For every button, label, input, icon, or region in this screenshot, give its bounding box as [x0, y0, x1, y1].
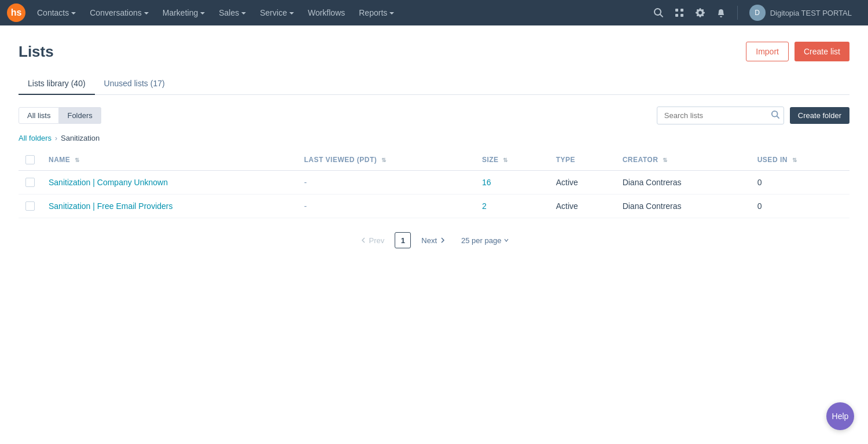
row-used-in-1: 0: [751, 195, 849, 218]
notifications-icon[interactable]: [712, 3, 730, 22]
hubspot-logo[interactable]: hs: [7, 3, 25, 22]
size-link-0[interactable]: 16: [482, 178, 491, 187]
sales-caret: [241, 12, 246, 14]
column-name: NAME ⇅: [42, 149, 297, 171]
search-icon[interactable]: [649, 3, 668, 22]
row-type-0: Active: [549, 171, 616, 195]
sort-size-icon[interactable]: ⇅: [503, 157, 508, 163]
svg-rect-2: [675, 9, 678, 12]
tabs-bar: Lists library (40) Unused lists (17): [19, 73, 849, 95]
svg-rect-5: [681, 14, 683, 17]
nav-workflows[interactable]: Workflows: [301, 0, 352, 25]
avatar: D: [749, 5, 766, 21]
table-header: NAME ⇅ LAST VIEWED (PDT) ⇅ SIZE ⇅ TYPE C…: [19, 149, 849, 171]
row-name-0: Sanitization | Company Unknown: [42, 171, 297, 195]
search-icon[interactable]: [771, 111, 779, 120]
header-actions: Import Create list: [746, 42, 849, 61]
column-type: TYPE: [549, 149, 616, 171]
search-input[interactable]: [657, 107, 784, 124]
settings-icon[interactable]: [691, 3, 709, 22]
select-all-header: [19, 149, 42, 171]
next-button[interactable]: Next: [415, 233, 452, 248]
nav-contacts[interactable]: Contacts: [30, 0, 83, 25]
service-caret: [289, 12, 294, 14]
marketing-caret: [200, 12, 205, 14]
column-size: SIZE ⇅: [475, 149, 549, 171]
row-checkbox-cell-0: [19, 171, 42, 195]
apps-icon[interactable]: [670, 3, 689, 22]
page-number-1[interactable]: 1: [395, 232, 411, 248]
row-size-1: 2: [475, 195, 549, 218]
import-button[interactable]: Import: [746, 42, 789, 61]
row-name-1: Sanitization | Free Email Providers: [42, 195, 297, 218]
sort-last-viewed-icon[interactable]: ⇅: [381, 157, 387, 163]
breadcrumb-separator: ›: [55, 134, 57, 142]
breadcrumb-current: Sanitization: [61, 134, 100, 142]
nav-conversations[interactable]: Conversations: [83, 0, 156, 25]
column-used-in: USED IN ⇅: [751, 149, 849, 171]
tab-lists-library[interactable]: Lists library (40): [19, 73, 95, 95]
portal-name: Digitopia TEST PORTAL: [770, 9, 852, 17]
breadcrumb: All folders › Sanitization: [19, 134, 849, 142]
nav-marketing[interactable]: Marketing: [156, 0, 212, 25]
pagination: Prev 1 Next 25 per page: [19, 232, 849, 248]
select-all-checkbox[interactable]: [25, 155, 35, 164]
column-creator: CREATOR ⇅: [616, 149, 751, 171]
nav-sales[interactable]: Sales: [212, 0, 253, 25]
top-navigation: hs Contacts Conversations Marketing Sale…: [0, 0, 868, 25]
page-header: Lists Import Create list: [19, 42, 849, 61]
nav-service[interactable]: Service: [253, 0, 301, 25]
nav-reports[interactable]: Reports: [352, 0, 401, 25]
table-body: Sanitization | Company Unknown - 16 Acti…: [19, 171, 849, 218]
column-last-viewed: LAST VIEWED (PDT) ⇅: [297, 149, 475, 171]
reports-caret: [389, 12, 394, 14]
row-checkbox-cell-1: [19, 195, 42, 218]
prev-button[interactable]: Prev: [354, 233, 391, 248]
toolbar-right: Create folder: [657, 107, 849, 124]
all-lists-button[interactable]: All lists: [19, 107, 59, 124]
sort-creator-icon[interactable]: ⇅: [663, 157, 668, 163]
row-creator-0: Diana Contreras: [616, 171, 751, 195]
row-type-1: Active: [549, 195, 616, 218]
table-row: Sanitization | Company Unknown - 16 Acti…: [19, 171, 849, 195]
breadcrumb-all-folders[interactable]: All folders: [19, 134, 52, 142]
row-last-viewed-0: -: [297, 171, 475, 195]
row-creator-1: Diana Contreras: [616, 195, 751, 218]
nav-profile[interactable]: D Digitopia TEST PORTAL: [745, 5, 861, 21]
sort-name-icon[interactable]: ⇅: [75, 157, 80, 163]
sort-used-in-icon[interactable]: ⇅: [792, 157, 797, 163]
filter-buttons: All lists Folders: [19, 107, 101, 124]
toolbar-row: All lists Folders Create folder: [19, 107, 849, 124]
main-content: Lists Import Create list Lists library (…: [0, 25, 868, 444]
row-used-in-0: 0: [751, 171, 849, 195]
create-list-button[interactable]: Create list: [795, 42, 849, 61]
nav-right-actions: D Digitopia TEST PORTAL: [649, 3, 861, 22]
contacts-caret: [71, 12, 76, 14]
list-name-link-0[interactable]: Sanitization | Company Unknown: [49, 178, 168, 187]
help-button[interactable]: Help: [826, 402, 854, 430]
row-checkbox-0[interactable]: [25, 178, 35, 187]
svg-rect-4: [675, 14, 678, 17]
page-title: Lists: [19, 43, 54, 61]
per-page-selector[interactable]: 25 per page: [457, 234, 514, 247]
svg-rect-3: [681, 9, 683, 12]
row-last-viewed-1: -: [297, 195, 475, 218]
row-size-0: 16: [475, 171, 549, 195]
lists-table: NAME ⇅ LAST VIEWED (PDT) ⇅ SIZE ⇅ TYPE C…: [19, 149, 849, 218]
table-row: Sanitization | Free Email Providers - 2 …: [19, 195, 849, 218]
tab-unused-lists[interactable]: Unused lists (17): [95, 73, 174, 95]
create-folder-button[interactable]: Create folder: [790, 107, 849, 124]
svg-text:hs: hs: [11, 8, 22, 17]
search-box: [657, 107, 784, 124]
size-link-1[interactable]: 2: [482, 201, 487, 211]
nav-divider: [737, 6, 738, 20]
row-checkbox-1[interactable]: [25, 201, 35, 211]
folders-button[interactable]: Folders: [59, 107, 101, 124]
conversations-caret: [144, 12, 149, 14]
nav-menu: Contacts Conversations Marketing Sales S…: [30, 0, 649, 25]
list-name-link-1[interactable]: Sanitization | Free Email Providers: [49, 201, 173, 211]
